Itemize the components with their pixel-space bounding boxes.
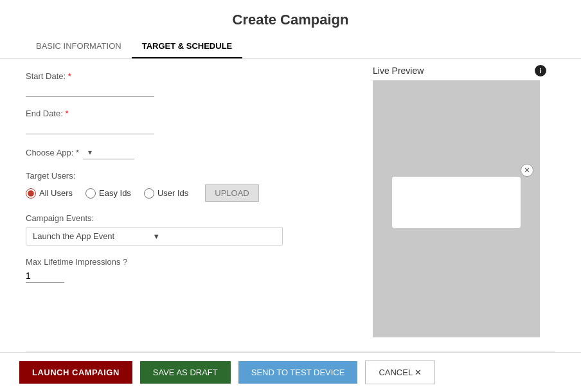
choose-app-required: *: [76, 148, 79, 157]
end-date-label: End Date: *: [26, 109, 341, 118]
tab-basic-info[interactable]: BASIC INFORMATION: [26, 35, 132, 58]
target-users-label: Target Users:: [26, 171, 341, 181]
send-to-test-device-button[interactable]: SEND TO TEST DEVICE: [238, 361, 358, 384]
info-icon[interactable]: i: [535, 65, 546, 76]
start-date-input[interactable]: [26, 84, 154, 97]
choose-app-label: Choose App: *: [26, 148, 79, 157]
save-as-draft-button[interactable]: SAVE AS DRAFT: [140, 361, 231, 384]
tab-target-schedule[interactable]: TARGET & SCHEDULE: [132, 35, 243, 58]
campaign-events-label: Campaign Events:: [26, 213, 341, 223]
upload-button[interactable]: UPLOAD: [205, 184, 258, 202]
form-panel: Start Date: * End Date: * Choose App: *: [0, 58, 366, 352]
chevron-down-icon: ▾: [88, 148, 92, 157]
end-date-input[interactable]: [26, 121, 154, 134]
page-wrapper: Create Campaign BASIC INFORMATION TARGET…: [0, 0, 581, 392]
live-preview-title: Live Preview: [373, 66, 424, 76]
radio-easy-ids[interactable]: Easy Ids: [85, 188, 131, 199]
impressions-section: Max Lifetime Impressions ?: [26, 257, 341, 283]
radio-all-users[interactable]: All Users: [26, 188, 73, 199]
campaign-events-value: Launch the App Event: [33, 231, 154, 241]
page-title: Create Campaign: [0, 0, 581, 35]
radio-easy-ids-label: Easy Ids: [99, 188, 131, 198]
app-select-wrapper[interactable]: ▾: [83, 146, 134, 159]
content-area: Start Date: * End Date: * Choose App: *: [0, 58, 581, 352]
start-date-required: *: [68, 71, 71, 81]
radio-all-users-label: All Users: [39, 188, 73, 198]
campaign-events-section: Campaign Events: Launch the App Event ▾: [26, 213, 341, 245]
radio-user-ids[interactable]: User Ids: [144, 188, 188, 199]
radio-all-users-input[interactable]: [26, 188, 36, 199]
preview-close-button[interactable]: ✕: [521, 164, 533, 177]
preview-panel: Live Preview i ✕: [366, 58, 559, 352]
target-users-section: Target Users: All Users Easy Ids User Id…: [26, 171, 341, 202]
start-date-label: Start Date: *: [26, 71, 341, 81]
end-date-required: *: [65, 109, 68, 118]
preview-card: [392, 177, 521, 228]
choose-app-row: Choose App: * ▾: [26, 146, 341, 159]
end-date-group: End Date: *: [26, 109, 341, 134]
cancel-button[interactable]: CANCEL ✕: [365, 361, 435, 384]
campaign-events-select[interactable]: Launch the App Event ▾: [26, 227, 283, 245]
footer: LAUNCH CAMPAIGN SAVE AS DRAFT SEND TO TE…: [0, 352, 581, 392]
preview-header: Live Preview i: [373, 65, 546, 76]
radio-easy-ids-input[interactable]: [85, 188, 96, 199]
events-chevron-down-icon: ▾: [154, 231, 276, 241]
radio-group: All Users Easy Ids User Ids UPLOAD: [26, 184, 341, 202]
preview-box: ✕: [373, 80, 540, 337]
impressions-input[interactable]: [26, 269, 64, 283]
tabs-container: BASIC INFORMATION TARGET & SCHEDULE: [0, 35, 581, 58]
start-date-group: Start Date: *: [26, 71, 341, 97]
launch-campaign-button[interactable]: LAUNCH CAMPAIGN: [19, 361, 132, 384]
radio-user-ids-label: User Ids: [157, 188, 188, 198]
radio-user-ids-input[interactable]: [144, 188, 154, 199]
impressions-label: Max Lifetime Impressions ?: [26, 257, 341, 267]
